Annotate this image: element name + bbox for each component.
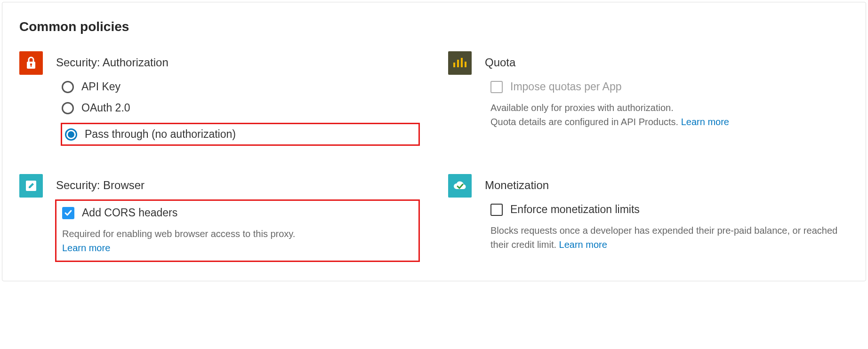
security-auth-title: Security: Authorization: [56, 56, 420, 69]
svg-rect-5: [461, 58, 463, 67]
cors-learn-more[interactable]: Learn more: [62, 243, 110, 253]
monetization-helper-text: Blocks requests once a developer has exp…: [490, 225, 837, 250]
pass-through-label: Pass through (no authorization): [85, 128, 236, 141]
pencil-icon: [19, 174, 43, 198]
auth-option-api-key[interactable]: API Key: [62, 80, 420, 93]
cors-helper-text: Required for enabling web browser access…: [62, 229, 295, 239]
checkbox-disabled-icon: [490, 81, 503, 93]
radio-icon: [62, 102, 74, 114]
auth-option-pass-through[interactable]: Pass through (no authorization): [65, 128, 413, 141]
security-authorization-section: Security: Authorization API Key OAuth 2.…: [19, 51, 420, 146]
svg-rect-3: [453, 63, 455, 67]
security-browser-section: Security: Browser Add CORS headers Requi…: [19, 174, 420, 262]
radio-selected-icon: [65, 128, 77, 141]
cloud-check-icon: [448, 174, 472, 198]
checkbox-icon: [490, 204, 503, 216]
monetization-learn-more[interactable]: Learn more: [559, 239, 607, 250]
svg-rect-2: [31, 65, 32, 67]
quota-section: Quota Impose quotas per App Available on…: [448, 51, 849, 146]
monetization-option-label: Enforce monetization limits: [510, 203, 640, 216]
lock-icon: [19, 51, 43, 75]
quota-helper-line1: Available only for proxies with authoriz…: [490, 103, 674, 113]
api-key-label: API Key: [81, 80, 121, 93]
quota-title: Quota: [485, 56, 849, 69]
cors-helper: Required for enabling web browser access…: [59, 227, 413, 255]
oauth-label: OAuth 2.0: [81, 102, 130, 114]
checkbox-checked-icon: [62, 207, 74, 219]
security-browser-title: Security: Browser: [56, 179, 420, 192]
radio-icon: [62, 81, 74, 93]
cors-option[interactable]: Add CORS headers: [59, 206, 413, 219]
quota-learn-more[interactable]: Learn more: [681, 117, 729, 127]
quota-helper: Available only for proxies with authoriz…: [485, 101, 849, 129]
quota-option-impose: Impose quotas per App: [485, 80, 849, 93]
cors-option-label: Add CORS headers: [82, 206, 177, 219]
monetization-section: Monetization Enforce monetization limits…: [448, 174, 849, 262]
svg-rect-4: [457, 60, 459, 67]
auth-option-oauth[interactable]: OAuth 2.0: [62, 102, 420, 114]
page-title: Common policies: [19, 19, 849, 34]
highlight-pass-through: Pass through (no authorization): [61, 123, 420, 146]
monetization-title: Monetization: [485, 179, 849, 192]
monetization-helper: Blocks requests once a developer has exp…: [485, 223, 849, 252]
svg-rect-6: [465, 62, 466, 67]
quota-option-label: Impose quotas per App: [510, 80, 622, 93]
bars-icon: [448, 51, 472, 75]
monetization-option[interactable]: Enforce monetization limits: [485, 203, 849, 216]
quota-helper-line2: Quota details are configured in API Prod…: [490, 117, 681, 127]
highlight-cors: Add CORS headers Required for enabling w…: [55, 199, 420, 262]
